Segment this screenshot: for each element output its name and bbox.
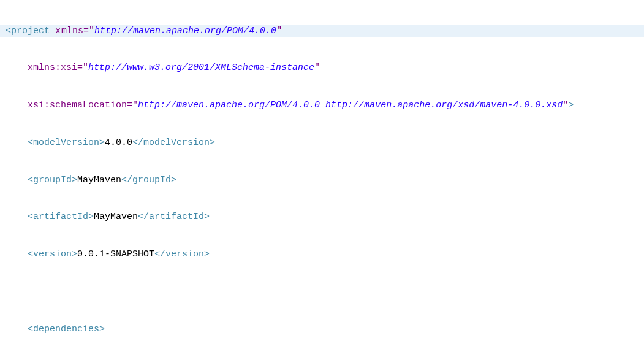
- end-quote: ": [276, 26, 282, 36]
- tag-modelversion-open: <modelVersion>: [28, 137, 105, 148]
- indent: [6, 212, 28, 222]
- attr-xmlns-post: mlns: [61, 26, 83, 36]
- tag-artifactid-open: <artifactId>: [28, 212, 94, 222]
- indent: [6, 137, 28, 148]
- text-modelversion: 4.0.0: [105, 137, 132, 148]
- indent: [6, 324, 28, 334]
- tag-version-close: </version>: [154, 249, 210, 260]
- code-line[interactable]: <dependencies>: [0, 323, 644, 336]
- end-quote: ": [314, 63, 320, 73]
- tag-artifactid-close: </artifactId>: [138, 212, 210, 222]
- tag-modelversion-close: </modelVersion>: [132, 137, 215, 148]
- indent: [6, 63, 28, 73]
- code-line[interactable]: <groupId>MayMaven</groupId>: [0, 174, 644, 187]
- indent: [6, 175, 28, 185]
- tag-groupid-close: </groupId>: [121, 175, 176, 185]
- equals-quote: =": [127, 100, 138, 110]
- code-line[interactable]: <version>0.0.1-SNAPSHOT</version>: [0, 249, 644, 261]
- attr-xmlns-xsi: xmlns:xsi: [28, 63, 77, 73]
- indent: [6, 249, 28, 260]
- tag-groupid-open: <groupId>: [28, 175, 77, 185]
- tag-version-open: <version>: [28, 249, 77, 260]
- text-version: 0.0.1-SNAPSHOT: [77, 249, 154, 260]
- code-line[interactable]: <artifactId>MayMaven</artifactId>: [0, 211, 644, 223]
- text-artifactid: MayMaven: [94, 212, 138, 222]
- indent: [6, 100, 28, 110]
- close-bracket: >: [568, 100, 574, 110]
- end-quote: ": [563, 100, 568, 110]
- tag-project-open: <project: [6, 26, 55, 36]
- code-editor[interactable]: <project xmlns="http://maven.apache.org/…: [0, 0, 644, 343]
- attr-xmlns-pre: x: [55, 26, 61, 36]
- attr-xsi-loc: xsi:schemaLocation: [28, 100, 127, 110]
- code-line[interactable]: <modelVersion>4.0.0</modelVersion>: [0, 137, 644, 149]
- text-cursor: [61, 25, 61, 36]
- tag-dependencies-open: <dependencies>: [28, 324, 105, 334]
- code-line[interactable]: [0, 286, 644, 298]
- code-line[interactable]: <project xmlns="http://maven.apache.org/…: [0, 25, 644, 37]
- equals-quote: =": [83, 26, 94, 36]
- attr-val-xmlns-xsi: http://www.w3.org/2001/XMLSchema-instanc…: [88, 63, 314, 73]
- attr-val-xmlns: http://maven.apache.org/POM/4.0.0: [94, 26, 276, 36]
- code-line[interactable]: xsi:schemaLocation="http://maven.apache.…: [0, 99, 644, 112]
- text-groupid: MayMaven: [77, 175, 121, 185]
- code-line[interactable]: xmlns:xsi="http://www.w3.org/2001/XMLSch…: [0, 62, 644, 74]
- attr-val-xsi-loc: http://maven.apache.org/POM/4.0.0 http:/…: [138, 100, 563, 110]
- equals-quote: =": [77, 63, 88, 73]
